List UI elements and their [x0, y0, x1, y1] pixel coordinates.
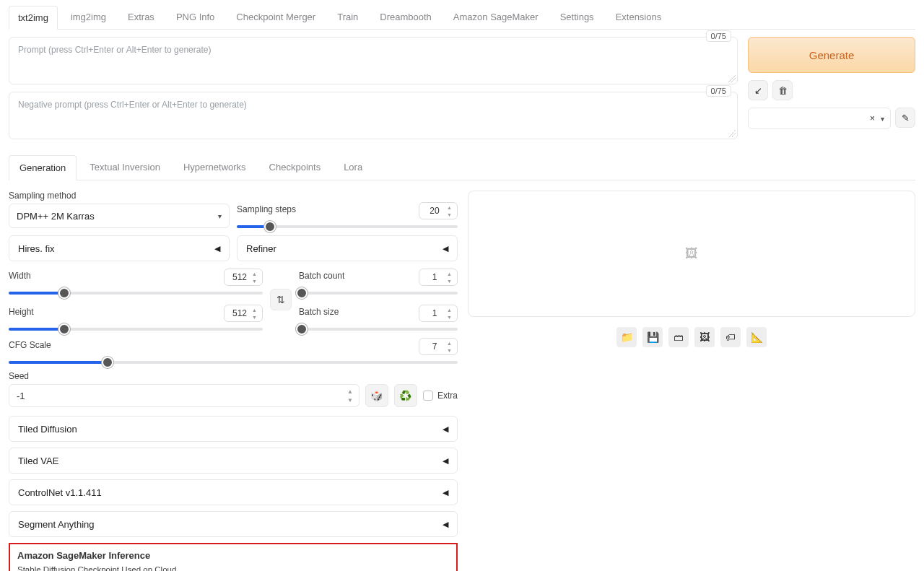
random-seed-button[interactable]: 🎲 — [365, 384, 388, 407]
triangle-left-icon: ◀ — [443, 488, 448, 497]
tiled-vae-collapser[interactable]: Tiled VAE ◀ — [9, 448, 458, 474]
triangle-left-icon: ◀ — [443, 424, 448, 434]
tab-txt2img[interactable]: txt2img — [9, 6, 58, 30]
subtab-checkpoints[interactable]: Checkpoints — [259, 155, 331, 180]
prompt-placeholder: Prompt (press Ctrl+Enter or Alt+Enter to… — [18, 45, 211, 55]
seed-value: -1 — [17, 391, 25, 401]
width-slider[interactable] — [9, 292, 263, 295]
restore-prompt-button[interactable]: ↙ — [748, 80, 768, 100]
batch-count-input[interactable]: 1 ▲▼ — [419, 269, 458, 286]
sampling-steps-input[interactable]: 20 ▲▼ — [419, 202, 458, 219]
tab-amazon-sagemaker[interactable]: Amazon SageMaker — [445, 6, 547, 29]
main-tabs: txt2img img2img Extras PNG Info Checkpoi… — [9, 6, 915, 30]
tag-icon: 🏷 — [725, 331, 736, 343]
send-inpaint-button[interactable]: 🏷 — [720, 327, 741, 347]
chevron-down-icon: ▾ — [881, 115, 884, 123]
negative-prompt-input[interactable]: Negative prompt (press Ctrl+Enter or Alt… — [9, 92, 738, 139]
sampling-steps-label: Sampling steps — [237, 204, 296, 214]
batch-size-label: Batch size — [299, 307, 339, 317]
seed-input[interactable]: -1 ▲▼ — [9, 384, 359, 407]
sampling-steps-slider[interactable] — [237, 225, 458, 228]
tab-settings[interactable]: Settings — [552, 6, 603, 29]
sampling-method-select[interactable]: DPM++ 2M Karras ▾ — [9, 204, 230, 228]
segment-anything-collapser[interactable]: Segment Anything ◀ — [9, 511, 458, 537]
subtab-lora[interactable]: Lora — [334, 155, 372, 180]
sampling-method-label: Sampling method — [9, 191, 230, 201]
chevron-down-icon: ▾ — [218, 212, 222, 220]
batch-count-value: 1 — [432, 272, 437, 282]
tab-img2img[interactable]: img2img — [62, 6, 115, 29]
tab-train[interactable]: Train — [328, 6, 367, 29]
refiner-collapser[interactable]: Refiner ◀ — [237, 235, 458, 261]
tab-checkpoint-merger[interactable]: Checkpoint Merger — [227, 6, 324, 29]
prompt-input[interactable]: Prompt (press Ctrl+Enter or Alt+Enter to… — [9, 37, 738, 84]
triangle-left-icon: ◀ — [443, 456, 448, 466]
styles-clear[interactable]: × — [870, 113, 875, 123]
tiled-vae-label: Tiled VAE — [18, 456, 58, 466]
batch-size-slider[interactable] — [299, 328, 458, 331]
cfg-scale-value: 7 — [432, 341, 437, 352]
image-icon: 🖼 — [699, 331, 710, 343]
sampling-steps-value: 20 — [430, 206, 439, 216]
sagemaker-checkpoint-label: Stable Diffusion Checkpoint Used on Clou… — [17, 565, 449, 571]
sampling-method-value: DPM++ 2M Karras — [17, 211, 95, 222]
output-toolbar: 📁 💾 🗃 🖼 🏷 📐 — [468, 327, 915, 347]
clear-prompt-button[interactable]: 🗑 — [772, 80, 793, 100]
tiled-diffusion-collapser[interactable]: Tiled Diffusion ◀ — [9, 416, 458, 442]
swap-icon: ⇅ — [276, 294, 285, 305]
height-label: Height — [9, 307, 34, 317]
archive-icon: 🗃 — [674, 331, 684, 343]
tab-extras[interactable]: Extras — [119, 6, 163, 29]
segment-anything-label: Segment Anything — [18, 519, 95, 530]
tab-dreambooth[interactable]: Dreambooth — [371, 6, 440, 29]
batch-count-slider[interactable] — [299, 292, 458, 295]
tiled-diffusion-label: Tiled Diffusion — [18, 424, 77, 435]
seed-extra-checkbox[interactable]: Extra — [423, 391, 458, 401]
sagemaker-title: Amazon SageMaker Inference — [17, 550, 449, 561]
batch-size-value: 1 — [432, 308, 437, 318]
hires-fix-label: Hires. fix — [18, 243, 55, 254]
controlnet-collapser[interactable]: ControlNet v1.1.411 ◀ — [9, 479, 458, 505]
generate-button[interactable]: Generate — [748, 37, 915, 73]
batch-size-input[interactable]: 1 ▲▼ — [419, 305, 458, 322]
pencil-icon: ✎ — [902, 113, 910, 123]
width-label: Width — [9, 271, 31, 281]
width-input[interactable]: 512 ▲▼ — [224, 269, 263, 286]
send-extras-button[interactable]: 📐 — [746, 327, 767, 347]
trash-icon: 🗑 — [778, 85, 788, 96]
tab-extensions[interactable]: Extensions — [607, 6, 671, 29]
hires-fix-collapser[interactable]: Hires. fix ◀ — [9, 235, 230, 261]
neg-prompt-placeholder: Negative prompt (press Ctrl+Enter or Alt… — [18, 100, 247, 110]
height-slider[interactable] — [9, 328, 263, 331]
recycle-icon: ♻️ — [399, 390, 411, 401]
subtab-textual-inversion[interactable]: Textual Inversion — [79, 155, 170, 180]
height-input[interactable]: 512 ▲▼ — [224, 305, 263, 322]
controlnet-label: ControlNet v1.1.411 — [18, 487, 102, 498]
sagemaker-inference-panel: Amazon SageMaker Inference Stable Diffus… — [9, 543, 458, 571]
tab-png-info[interactable]: PNG Info — [167, 6, 223, 29]
height-value: 512 — [232, 308, 247, 318]
neg-prompt-token-count: 0/75 — [706, 85, 731, 97]
edit-styles-button[interactable]: ✎ — [895, 108, 915, 128]
save-icon: 💾 — [647, 331, 659, 343]
open-folder-button[interactable]: 📁 — [616, 327, 637, 347]
save-button[interactable]: 💾 — [642, 327, 663, 347]
subtab-generation[interactable]: Generation — [9, 155, 77, 180]
output-image-preview: 🖼 — [468, 191, 915, 317]
width-value: 512 — [232, 272, 247, 282]
subtab-hypernetworks[interactable]: Hypernetworks — [173, 155, 256, 180]
cfg-scale-slider[interactable] — [9, 361, 458, 364]
image-placeholder-icon: 🖼 — [685, 246, 698, 261]
styles-select[interactable]: × ▾ — [748, 108, 891, 129]
arrow-left-icon: ↙ — [754, 85, 762, 96]
triangle-left-icon: ◀ — [443, 244, 448, 253]
sub-tabs: Generation Textual Inversion Hypernetwor… — [9, 155, 915, 180]
swap-dimensions-button[interactable]: ⇅ — [270, 289, 292, 310]
dice-icon: 🎲 — [370, 390, 383, 401]
cfg-scale-label: CFG Scale — [9, 340, 51, 350]
cfg-scale-input[interactable]: 7 ▲▼ — [419, 338, 458, 355]
send-img2img-button[interactable]: 🖼 — [694, 327, 715, 347]
reuse-seed-button[interactable]: ♻️ — [394, 384, 417, 407]
batch-count-label: Batch count — [299, 271, 344, 281]
archive-button[interactable]: 🗃 — [668, 327, 689, 347]
